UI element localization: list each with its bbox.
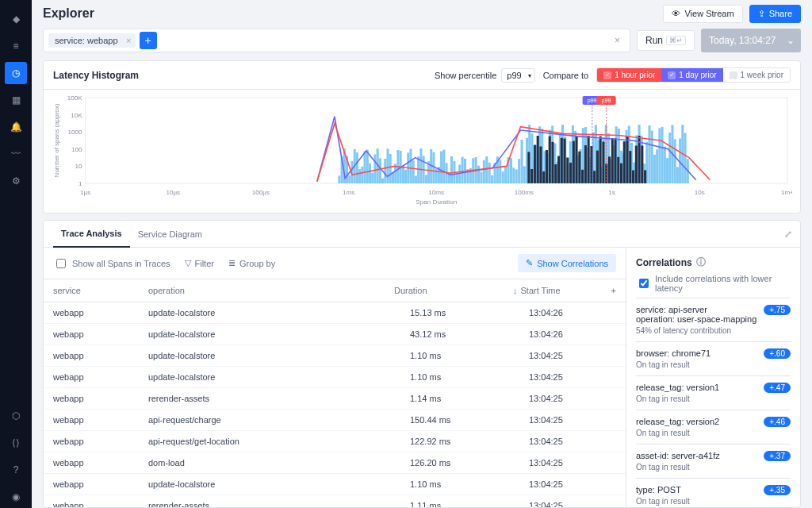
latency-histogram-chart[interactable]: 100K10K1000100101Number of spans (approx… [52, 93, 792, 206]
correlation-item[interactable]: service: api-serveroperation: user-space… [636, 298, 791, 341]
svg-text:10K: 10K [71, 112, 82, 119]
table-row[interactable]: webappupdate-localstore1.10 ms13:04:25 [44, 345, 626, 367]
cube-icon[interactable]: ⬡ [5, 405, 27, 427]
correlation-item[interactable]: release_tag: version1On tag in result+.4… [636, 375, 791, 410]
info-icon[interactable]: ⓘ [696, 256, 706, 269]
filter-chip-service[interactable]: service: webapp × [48, 33, 136, 48]
col-operation[interactable]: operation [148, 286, 394, 295]
svg-rect-73 [480, 171, 482, 183]
show-correlations-button[interactable]: ✎ Show Correlations [518, 254, 616, 272]
cell-service: webapp [53, 329, 148, 339]
svg-rect-144 [664, 147, 666, 183]
cell-duration: 1.10 ms [410, 351, 529, 360]
add-column-button[interactable]: + [600, 286, 616, 295]
svg-rect-165 [561, 138, 563, 183]
svg-rect-28 [364, 151, 366, 183]
svg-rect-185 [620, 164, 622, 183]
svg-rect-170 [576, 137, 578, 183]
svg-rect-82 [504, 166, 507, 183]
tab-service-diagram[interactable]: Service Diagram [130, 221, 210, 247]
code-icon[interactable]: ⟨⟩ [5, 432, 27, 454]
svg-rect-160 [546, 150, 548, 183]
help-icon[interactable]: ? [5, 459, 27, 481]
table-row[interactable]: webappupdate-localstore1.10 ms13:04:25 [44, 474, 626, 495]
percentile-select[interactable]: p99 ▾ [501, 68, 534, 83]
svg-rect-85 [512, 167, 515, 183]
logo-icon[interactable]: ◆ [5, 8, 27, 30]
svg-rect-47 [412, 160, 415, 183]
correlation-item[interactable]: type: POSTOn tag in result+.35 [636, 478, 791, 507]
svg-rect-77 [491, 175, 493, 183]
close-icon[interactable]: × [126, 36, 131, 45]
table-row[interactable]: webappupdate-localstore1.10 ms13:04:25 [44, 367, 626, 388]
show-all-spans-checkbox[interactable]: Show all Spans in Traces [53, 256, 170, 271]
col-duration[interactable]: Duration [394, 286, 513, 295]
include-lower-latency-checkbox[interactable]: Include correlations with lower latency [636, 274, 791, 293]
view-stream-button[interactable]: 👁 View Stream [663, 5, 742, 23]
svg-text:1: 1 [79, 180, 82, 187]
svg-rect-143 [661, 127, 664, 183]
correlation-item[interactable]: asset-id: server-a41fzOn tag in result+.… [636, 444, 791, 478]
svg-rect-166 [564, 139, 566, 183]
svg-rect-168 [569, 163, 572, 183]
svg-rect-36 [384, 159, 386, 183]
table-row[interactable]: webappupdate-localstore43.12 ms13:04:26 [44, 324, 626, 345]
compare-1d-toggle[interactable]: ✓ 1 day prior [661, 68, 722, 82]
bell-icon[interactable]: 🔔 [5, 116, 27, 138]
svg-text:p99: p99 [588, 98, 597, 104]
col-start-time[interactable]: ↓ Start Time [513, 286, 600, 295]
svg-rect-155 [530, 169, 533, 183]
filter-button[interactable]: ▽ Filter [185, 258, 214, 268]
table-row[interactable]: webapprerender-assets1.11 ms13:04:25 [44, 495, 626, 507]
table-row[interactable]: webapprerender-assets1.14 ms13:04:25 [44, 388, 626, 410]
svg-rect-179 [602, 141, 604, 183]
svg-rect-75 [485, 156, 488, 183]
table-row[interactable]: webappapi-request/charge150.44 ms13:04:2… [44, 410, 626, 431]
svg-text:100: 100 [71, 146, 82, 153]
compare-1h-toggle[interactable]: ✓ 1 hour prior [597, 68, 661, 82]
gear-icon[interactable]: ⚙ [5, 170, 27, 192]
svg-rect-43 [402, 166, 404, 183]
share-button[interactable]: ⇪ Share [749, 5, 801, 23]
table-row[interactable]: webappdom-load126.20 ms13:04:25 [44, 452, 626, 474]
svg-rect-163 [554, 164, 557, 183]
add-filter-button[interactable]: + [140, 32, 157, 49]
histogram-title: Latency Histogram [53, 70, 139, 81]
svg-rect-154 [527, 152, 530, 183]
svg-rect-148 [674, 139, 676, 183]
svg-rect-29 [366, 150, 369, 183]
compare-1w-toggle[interactable]: 1 week prior [723, 68, 790, 82]
cell-duration: 1.14 ms [410, 394, 529, 403]
cell-start: 13:04:25 [529, 479, 616, 489]
svg-rect-187 [626, 137, 629, 183]
svg-text:10ms: 10ms [428, 189, 444, 196]
pulse-icon[interactable]: 〰 [5, 143, 27, 165]
time-range-selector[interactable]: Today, 13:04:27 ⌄ [701, 29, 801, 52]
clock-icon[interactable]: ◷ [5, 62, 27, 84]
query-input[interactable]: service: webapp × + × [43, 29, 630, 52]
cell-operation: update-localstore [148, 351, 410, 360]
correlation-item[interactable]: release_tag: version2On tag in result+.4… [636, 410, 791, 444]
table-row[interactable]: webappupdate-localstore15.13 ms13:04:26 [44, 302, 626, 324]
svg-text:p99: p99 [602, 98, 611, 104]
run-button[interactable]: Run ⌘↵ [637, 30, 695, 51]
grid-icon[interactable]: ▦ [5, 89, 27, 111]
user-icon[interactable]: ◉ [5, 486, 27, 508]
svg-rect-189 [632, 171, 634, 183]
expand-icon[interactable]: ⤢ [784, 229, 792, 240]
table-row[interactable]: webappapi-request/get-location122.92 ms1… [44, 431, 626, 452]
svg-rect-176 [593, 171, 596, 183]
clear-query-icon[interactable]: × [610, 35, 625, 46]
svg-rect-80 [499, 160, 501, 183]
list-icon[interactable]: ≡ [5, 35, 27, 57]
col-service[interactable]: service [53, 286, 148, 295]
cell-duration: 150.44 ms [410, 415, 529, 425]
cell-duration: 15.13 ms [410, 308, 529, 318]
cell-start: 13:04:26 [529, 329, 616, 339]
svg-rect-162 [551, 142, 553, 183]
cell-start: 13:04:25 [529, 458, 616, 468]
group-by-button[interactable]: ≣ Group by [228, 258, 275, 268]
cell-service: webapp [53, 394, 148, 403]
correlation-item[interactable]: browser: chrome71On tag in result+.60 [636, 341, 791, 375]
tab-trace-analysis[interactable]: Trace Analysis [53, 221, 130, 248]
